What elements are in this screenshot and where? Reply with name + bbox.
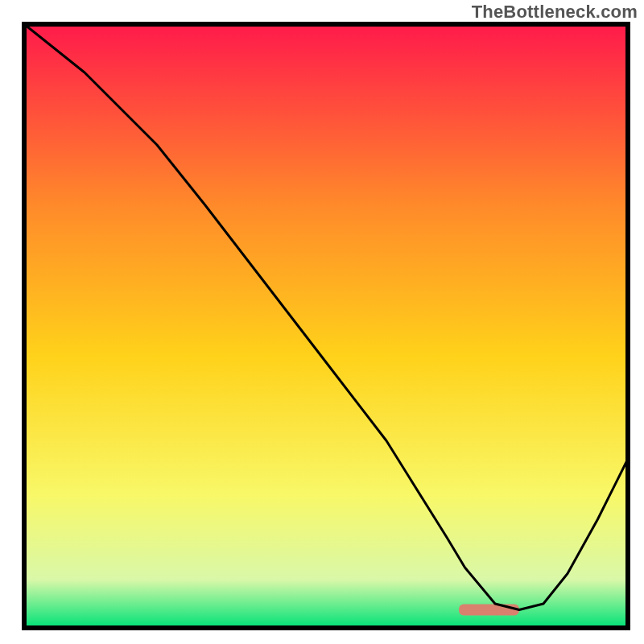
plot-background [24,24,628,628]
chart-stage: TheBottleneck.com [0,0,644,644]
marker-band [459,605,519,616]
chart-svg [0,0,644,644]
watermark-text: TheBottleneck.com [472,2,638,23]
